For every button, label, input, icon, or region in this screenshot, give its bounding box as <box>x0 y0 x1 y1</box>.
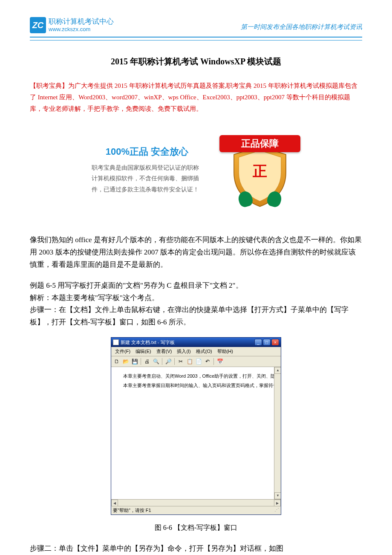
logo-url: www.zckszx.com <box>49 26 114 33</box>
logo-title: 职称计算机考试中心 <box>49 17 114 26</box>
paragraph-1: 像我们熟知的 office 是有好几个版本的，有些功能在不同版本上的按键代表的含… <box>30 234 362 271</box>
scroll-left-icon[interactable]: ◀ <box>111 500 118 506</box>
wordpad-content-area[interactable]: 本章主要考查启动、关闭Word 2003，Office助手的设置，打开、关闭、隐… <box>111 367 281 499</box>
wordpad-toolbar: 🗋 📂 💾 🖨 🔍 🔎 ✂ 📋 📄 ↶ 📅 <box>111 356 281 367</box>
page-header: ZC 职称计算机考试中心 www.zckszx.com 第一时间发布全国各地职称… <box>30 17 362 33</box>
example-title: 例题 6-5 用写字板打开桌面的"文档"另存为 C 盘根目录下"文档 2"。 <box>30 280 362 292</box>
cut-icon[interactable]: ✂ <box>177 358 184 365</box>
print-preview-icon[interactable]: 🔍 <box>152 358 160 365</box>
horizontal-scrollbar[interactable]: ◀ ▶ <box>111 499 281 506</box>
step-2: 步骤二：单击【文件】菜单中的【另存为】命令，打开【另存为】对话框，如图 <box>30 543 362 555</box>
menu-edit[interactable]: 编辑(E) <box>133 348 153 355</box>
hands-icon <box>239 191 281 207</box>
vertical-scrollbar[interactable]: ▲ ▼ <box>274 367 281 499</box>
wordpad-statusbar: 要"帮助"，请按 F1 ⋰ <box>111 506 281 515</box>
find-icon[interactable]: 🔎 <box>164 358 172 365</box>
scroll-up-icon[interactable]: ▲ <box>274 367 281 374</box>
resize-grip-icon[interactable]: ⋰ <box>274 507 279 514</box>
header-divider-thick <box>30 37 362 38</box>
wordpad-title-left: 新建 文本文档.txt - 写字板 <box>113 339 175 346</box>
toolbar-separator <box>162 358 162 365</box>
figure-caption: 图 6-6 【文档-写字板】窗口 <box>30 523 362 532</box>
print-icon[interactable]: 🖨 <box>143 358 151 365</box>
logo-block: ZC 职称计算机考试中心 www.zckszx.com <box>30 17 114 33</box>
wordpad-app-icon <box>113 339 119 345</box>
menu-format[interactable]: 格式(O) <box>194 348 214 355</box>
status-text: 要"帮助"，请按 F1 <box>113 507 151 514</box>
header-tagline: 第一时间发布全国各地职称计算机考试资讯 <box>241 17 362 31</box>
menu-file[interactable]: 文件(F) <box>113 348 133 355</box>
close-button[interactable]: × <box>271 339 279 346</box>
document-title: 2015 年职称计算机考试 WindowsXP 模块试题 <box>30 56 362 67</box>
new-file-icon[interactable]: 🗋 <box>113 358 121 365</box>
copy-icon[interactable]: 📋 <box>186 358 193 365</box>
datetime-icon[interactable]: 📅 <box>216 358 224 365</box>
toolbar-separator <box>213 358 214 365</box>
undo-icon[interactable]: ↶ <box>204 358 211 365</box>
promo-text-block: 100%正品 安全放心 职考宝典是由国家版权局登记认证的职称计算机模拟软件，不含… <box>92 145 202 195</box>
analysis-line: 解析：本题主要考核"写字板"这个考点。 <box>30 292 362 304</box>
menu-insert[interactable]: 插入(I) <box>175 348 193 355</box>
wordpad-menubar: 文件(F) 编辑(E) 查看(V) 插入(I) 格式(O) 帮助(H) <box>111 347 281 356</box>
hand-left-icon <box>237 190 254 208</box>
menu-view[interactable]: 查看(V) <box>154 348 174 355</box>
content-line-1: 本章主要考查启动、关闭Word 2003，Office助手的设置，打开、关闭、隐 <box>114 371 278 381</box>
window-controls: _ □ × <box>254 339 279 346</box>
shield-character: 正 <box>253 162 267 181</box>
promo-heading: 100%正品 安全放心 <box>92 145 202 158</box>
open-file-icon[interactable]: 📂 <box>122 358 130 365</box>
shield-banner: 正品保障 <box>219 135 300 152</box>
paste-icon[interactable]: 📄 <box>195 358 202 365</box>
intro-red-text: 【职考宝典】为广大考生提供 2015 年职称计算机考试历年真题及答案,职考宝典 … <box>30 80 362 115</box>
wordpad-titlebar[interactable]: 新建 文本文档.txt - 写字板 _ □ × <box>111 338 281 347</box>
toolbar-separator <box>174 358 175 365</box>
hand-right-icon <box>266 190 283 208</box>
wordpad-title-text: 新建 文本文档.txt - 写字板 <box>121 339 175 346</box>
promo-section: 100%正品 安全放心 职考宝典是由国家版权局登记认证的职称计算机模拟软件，不含… <box>30 127 362 213</box>
logo-icon: ZC <box>30 17 46 33</box>
header-divider-thin <box>30 40 362 40</box>
promo-body: 职考宝典是由国家版权局登记认证的职称计算机模拟软件，不含任何病毒、捆绑插件，已通… <box>92 162 202 195</box>
scroll-down-icon[interactable]: ▼ <box>274 492 281 499</box>
wordpad-window: 新建 文本文档.txt - 写字板 _ □ × 文件(F) 编辑(E) 查看(V… <box>111 337 281 515</box>
toolbar-separator <box>141 358 141 365</box>
logo-text: 职称计算机考试中心 www.zckszx.com <box>49 17 114 33</box>
step-1: 步骤一：在【文档】文件上单击鼠标右键，在弹出的快捷菜单中选择【打开方式】子菜单中… <box>30 304 362 329</box>
scroll-right-icon[interactable]: ▶ <box>274 500 281 506</box>
content-line-2: 本章主要考查掌握日期和时间的输入、输入页码和设置页码格式，掌握符号 <box>114 381 278 390</box>
wordpad-figure: 新建 文本文档.txt - 写字板 _ □ × 文件(F) 编辑(E) 查看(V… <box>30 337 362 515</box>
save-icon[interactable]: 💾 <box>131 358 138 365</box>
minimize-button[interactable]: _ <box>254 339 262 346</box>
menu-help[interactable]: 帮助(H) <box>215 348 235 355</box>
maximize-button[interactable]: □ <box>263 339 271 346</box>
shield-badge: 正品保障 正 <box>219 127 300 213</box>
